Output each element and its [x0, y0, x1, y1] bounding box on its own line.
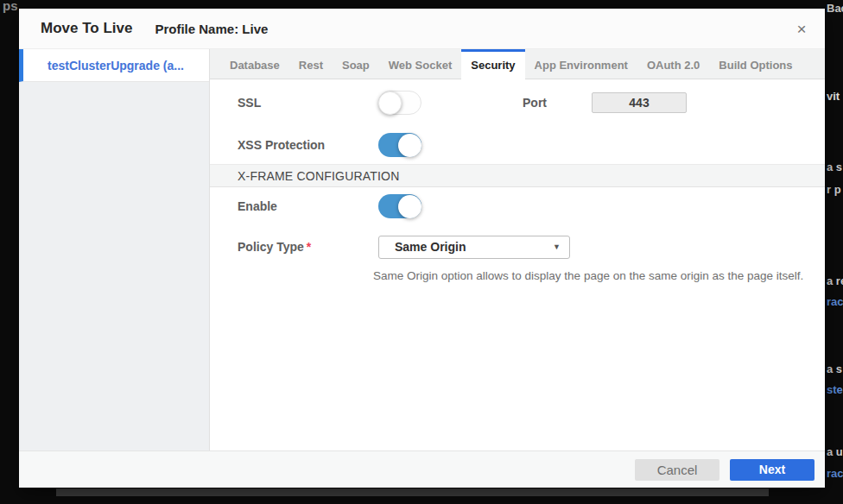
- backdrop-text-fragment: rac: [827, 295, 843, 308]
- next-button[interactable]: Next: [730, 459, 814, 481]
- policy-type-label: Policy Type*: [238, 240, 378, 254]
- enable-toggle[interactable]: [378, 194, 422, 218]
- enable-label: Enable: [238, 199, 378, 213]
- sidebar-item-test-cluster-upgrade[interactable]: testClusterUpgrade (a...: [19, 49, 209, 82]
- tab-soap[interactable]: Soap: [333, 49, 379, 79]
- toggle-knob: [398, 134, 422, 157]
- ssl-toggle[interactable]: [378, 91, 422, 115]
- tab-bar: DatabaseRestSoapWeb SocketSecurityApp En…: [210, 49, 825, 79]
- backdrop-text-fragment: a s: [827, 161, 842, 173]
- backdrop-strip: [56, 488, 769, 496]
- xss-protection-label: XSS Protection: [238, 138, 378, 152]
- tab-security[interactable]: Security: [461, 49, 524, 79]
- xframe-configuration-section-header: X-FRAME CONFIGURATION: [210, 164, 825, 187]
- tab-app-environment[interactable]: App Environment: [525, 49, 637, 79]
- backdrop-text-fragment: ste: [827, 383, 843, 396]
- tab-oauth-2-0[interactable]: OAuth 2.0: [637, 49, 709, 79]
- policy-type-help-text: Same Origin option allows to display the…: [373, 269, 825, 282]
- ssl-label: SSL: [238, 96, 378, 110]
- backdrop-fragments: Bacvita sr pa reraca sstea urac: [825, 0, 843, 504]
- backdrop-text-fragment: r p: [827, 183, 841, 196]
- profile-name-label: Profile Name: Live: [155, 22, 268, 36]
- sidebar-item-label: testClusterUpgrade (a...: [48, 59, 184, 72]
- policy-type-row: Policy Type* Same Origin ▼: [210, 230, 825, 263]
- toggle-knob: [398, 195, 422, 218]
- tab-web-socket[interactable]: Web Socket: [379, 49, 461, 79]
- backdrop-text-fragment: a u: [827, 445, 843, 458]
- enable-row: Enable: [210, 187, 825, 225]
- cancel-button[interactable]: Cancel: [635, 459, 719, 481]
- dialog-body: testClusterUpgrade (a... DatabaseRestSoa…: [19, 49, 825, 450]
- tab-rest[interactable]: Rest: [289, 49, 333, 79]
- dialog-header: Move To Live Profile Name: Live ×: [19, 9, 825, 49]
- dialog-footer: Cancel Next: [19, 450, 825, 488]
- xss-protection-toggle[interactable]: [378, 133, 422, 157]
- backdrop-text-fragment: vit: [827, 90, 840, 103]
- policy-type-label-text: Policy Type: [238, 240, 304, 254]
- toggle-knob: [378, 91, 402, 115]
- port-label: Port: [523, 96, 592, 110]
- port-input[interactable]: [592, 92, 687, 113]
- chevron-down-icon: ▼: [553, 243, 561, 251]
- backdrop-text-fragment: Bac: [827, 2, 843, 15]
- backdrop-text-fragment: ps: [3, 0, 18, 13]
- backdrop-text-fragment: a s: [827, 362, 842, 375]
- required-marker: *: [307, 240, 311, 254]
- xss-protection-row: XSS Protection: [210, 126, 825, 164]
- backdrop-text-fragment: rac: [827, 467, 843, 480]
- dialog-title: Move To Live: [41, 20, 132, 37]
- tab-database[interactable]: Database: [220, 49, 289, 79]
- section-title: X-FRAME CONFIGURATION: [238, 169, 400, 183]
- ssl-row: SSL Port: [210, 79, 825, 126]
- tab-build-options[interactable]: Build Options: [709, 49, 802, 79]
- move-to-live-dialog: Move To Live Profile Name: Live × testCl…: [19, 9, 825, 488]
- settings-panel: DatabaseRestSoapWeb SocketSecurityApp En…: [210, 49, 825, 450]
- close-icon[interactable]: ×: [790, 18, 813, 41]
- profiles-sidebar: testClusterUpgrade (a...: [19, 49, 210, 450]
- policy-type-select[interactable]: Same Origin ▼: [378, 236, 570, 259]
- policy-type-selected-value: Same Origin: [395, 240, 466, 254]
- backdrop-text-fragment: a re: [827, 274, 843, 287]
- security-tab-content: SSL Port XSS Protection X-FRAME CONFIGUR…: [210, 79, 825, 450]
